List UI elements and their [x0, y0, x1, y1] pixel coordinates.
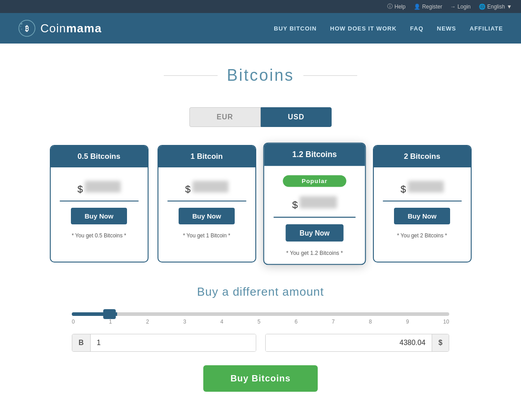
price-divider [167, 201, 246, 201]
btc-input-group: B [72, 334, 256, 352]
custom-amount-section: Buy a different amount 0 1 2 3 4 5 6 7 8… [0, 285, 521, 392]
dollar-sign: $ [185, 184, 190, 195]
card-1-header: 1 Bitcoin [158, 146, 255, 167]
card-05-price: $ [77, 181, 120, 195]
buy-now-1-button[interactable]: Buy Now [179, 208, 234, 224]
nav-affiliate[interactable]: AFFILIATE [470, 25, 503, 32]
you-get-05: * You get 0.5 Bitcoins * [72, 232, 126, 239]
title-line-right [303, 75, 357, 76]
nav-news[interactable]: NEWS [437, 25, 456, 32]
you-get-12: * You get 1.2 Bitcoins * [286, 250, 342, 257]
logo-text: Coinmama [40, 22, 102, 35]
card-05-bitcoins: 0.5 Bitcoins $ Buy Now * You get 0.5 Bit… [50, 145, 149, 262]
help-icon: ⓘ [387, 3, 393, 10]
card-05-body: $ Buy Now * You get 0.5 Bitcoins * [51, 167, 148, 262]
amount-inputs: B $ [72, 334, 449, 352]
help-link[interactable]: ⓘ Help [387, 3, 406, 10]
buy-now-2-button[interactable]: Buy Now [394, 208, 450, 224]
login-link[interactable]: → Login [450, 4, 470, 10]
nav-faq[interactable]: FAQ [410, 25, 424, 32]
page-title: Bitcoins [227, 66, 294, 85]
card-2-header: 2 Bitcoins [374, 146, 471, 167]
top-bar: ⓘ Help 👤 Register → Login 🌐 English ▼ [0, 0, 521, 13]
custom-section-title: Buy a different amount [72, 285, 449, 299]
slider-track [72, 312, 449, 316]
card-12-header: 1.2 Bitcoins [264, 144, 365, 166]
page-title-section: Bitcoins [0, 44, 521, 98]
nav-how-it-works[interactable]: HOW DOES IT WORK [330, 25, 397, 32]
usd-button[interactable]: USD [261, 107, 332, 127]
register-link[interactable]: 👤 Register [414, 4, 442, 10]
price-blurred [299, 196, 337, 208]
currency-toggle: EUR USD [0, 107, 521, 127]
title-line-left [164, 75, 218, 76]
chevron-down-icon: ▼ [507, 4, 512, 10]
card-2-price: $ [400, 181, 443, 195]
svg-text:₿: ₿ [25, 25, 29, 32]
card-12-bitcoins: 1.2 Bitcoins Popular $ Buy Now * You get… [263, 143, 366, 265]
buy-bitcoins-button[interactable]: Buy Bitcoins [203, 365, 317, 392]
register-icon: 👤 [414, 4, 420, 10]
slider-thumb[interactable] [103, 309, 116, 319]
card-2-bitcoins: 2 Bitcoins $ Buy Now * You get 2 Bitcoin… [373, 145, 472, 262]
card-12-body: Popular $ Buy Now * You get 1.2 Bitcoins… [264, 166, 365, 264]
price-divider [60, 201, 139, 201]
buy-now-12-button[interactable]: Buy Now [285, 224, 343, 241]
main-content: Bitcoins EUR USD 0.5 Bitcoins $ Buy Now … [0, 44, 521, 420]
you-get-1: * You get 1 Bitcoin * [183, 232, 230, 239]
price-blurred [193, 181, 228, 192]
svg-point-2 [21, 23, 22, 25]
login-icon: → [450, 4, 455, 10]
card-2-body: $ Buy Now * You get 2 Bitcoins * [374, 167, 471, 262]
header: ₿ Coinmama BUY BITCOIN HOW DOES IT WORK … [0, 13, 521, 44]
svg-point-3 [20, 26, 22, 27]
usd-suffix: $ [432, 334, 449, 351]
language-selector[interactable]: 🌐 English ▼ [479, 4, 512, 10]
slider-container: 0 1 2 3 4 5 6 7 8 9 10 [72, 312, 449, 325]
card-12-price: $ [292, 196, 337, 211]
svg-point-4 [21, 29, 22, 30]
eur-button[interactable]: EUR [189, 107, 261, 127]
you-get-2: * You get 2 Bitcoins * [397, 232, 447, 239]
nav-buy-bitcoin[interactable]: BUY BITCOIN [274, 25, 316, 32]
card-05-header: 0.5 Bitcoins [51, 146, 148, 167]
popular-badge: Popular [283, 175, 346, 187]
btc-prefix: B [72, 334, 91, 351]
price-blurred [85, 181, 121, 192]
dollar-sign: $ [400, 184, 406, 195]
price-blurred [408, 181, 444, 192]
btc-input[interactable] [91, 334, 256, 351]
card-1-bitcoin: 1 Bitcoin $ Buy Now * You get 1 Bitcoin … [158, 145, 256, 262]
price-divider [383, 201, 462, 201]
buy-now-05-button[interactable]: Buy Now [71, 208, 127, 224]
main-nav: BUY BITCOIN HOW DOES IT WORK FAQ NEWS AF… [274, 25, 503, 32]
logo-icon: ₿ [18, 19, 36, 37]
logo[interactable]: ₿ Coinmama [18, 19, 102, 37]
card-1-body: $ Buy Now * You get 1 Bitcoin * [158, 167, 255, 262]
globe-icon: 🌐 [479, 4, 486, 10]
cards-section: 0.5 Bitcoins $ Buy Now * You get 0.5 Bit… [0, 145, 521, 262]
slider-labels: 0 1 2 3 4 5 6 7 8 9 10 [72, 319, 449, 325]
card-1-price: $ [185, 181, 228, 195]
dollar-sign: $ [77, 184, 83, 195]
dollar-sign: $ [292, 199, 298, 211]
usd-input[interactable] [266, 334, 432, 351]
price-divider [273, 217, 355, 218]
usd-input-group: $ [265, 334, 450, 352]
